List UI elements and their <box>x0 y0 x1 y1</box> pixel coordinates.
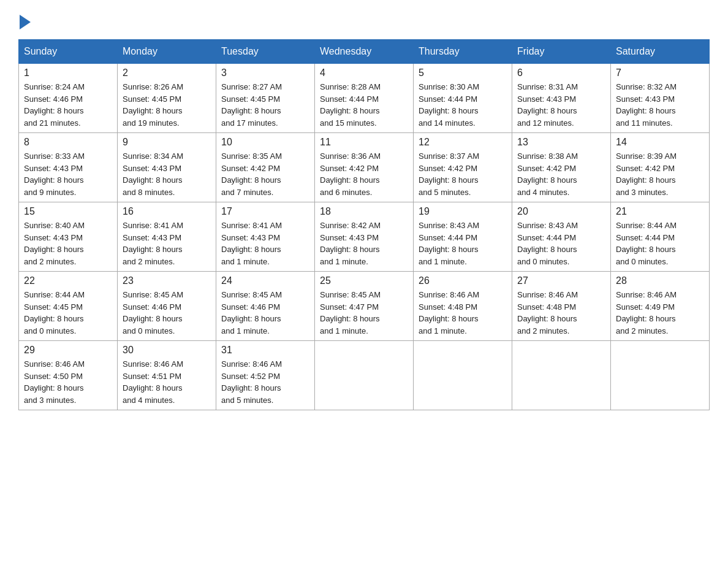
day-number: 28 <box>616 275 704 286</box>
day-number: 26 <box>419 275 507 286</box>
day-number: 14 <box>616 137 704 148</box>
calendar-cell <box>611 341 710 410</box>
calendar-cell: 18 Sunrise: 8:42 AMSunset: 4:43 PMDaylig… <box>315 202 414 272</box>
day-number: 18 <box>320 206 408 217</box>
day-info: Sunrise: 8:41 AMSunset: 4:43 PMDaylight:… <box>123 220 211 267</box>
calendar-cell: 15 Sunrise: 8:40 AMSunset: 4:43 PMDaylig… <box>19 202 118 272</box>
calendar-cell: 26 Sunrise: 8:46 AMSunset: 4:48 PMDaylig… <box>414 272 512 341</box>
day-number: 10 <box>221 137 309 148</box>
calendar-cell: 4 Sunrise: 8:28 AMSunset: 4:44 PMDayligh… <box>315 64 414 133</box>
day-info: Sunrise: 8:45 AMSunset: 4:47 PMDaylight:… <box>320 289 408 337</box>
day-info: Sunrise: 8:32 AMSunset: 4:43 PMDaylight:… <box>616 81 704 129</box>
day-number: 31 <box>221 345 309 356</box>
calendar-cell: 1 Sunrise: 8:24 AMSunset: 4:46 PMDayligh… <box>19 64 118 133</box>
day-number: 13 <box>517 137 605 148</box>
day-info: Sunrise: 8:30 AMSunset: 4:44 PMDaylight:… <box>419 81 507 129</box>
calendar-cell: 17 Sunrise: 8:41 AMSunset: 4:43 PMDaylig… <box>216 202 315 272</box>
day-of-week-header: Friday <box>512 40 611 64</box>
calendar-cell <box>315 341 414 410</box>
day-number: 20 <box>517 206 605 217</box>
day-info: Sunrise: 8:46 AMSunset: 4:48 PMDaylight:… <box>517 289 605 337</box>
day-number: 23 <box>123 275 211 286</box>
calendar-cell: 3 Sunrise: 8:27 AMSunset: 4:45 PMDayligh… <box>216 64 315 133</box>
calendar-cell: 13 Sunrise: 8:38 AMSunset: 4:42 PMDaylig… <box>512 133 611 202</box>
day-of-week-header: Wednesday <box>315 40 414 64</box>
day-number: 3 <box>221 67 309 79</box>
day-info: Sunrise: 8:43 AMSunset: 4:44 PMDaylight:… <box>419 220 507 267</box>
calendar-cell: 2 Sunrise: 8:26 AMSunset: 4:45 PMDayligh… <box>118 64 216 133</box>
calendar-cell: 23 Sunrise: 8:45 AMSunset: 4:46 PMDaylig… <box>118 272 216 341</box>
day-info: Sunrise: 8:46 AMSunset: 4:49 PMDaylight:… <box>616 289 704 337</box>
day-info: Sunrise: 8:43 AMSunset: 4:44 PMDaylight:… <box>517 220 605 267</box>
day-info: Sunrise: 8:46 AMSunset: 4:51 PMDaylight:… <box>123 358 211 406</box>
day-number: 11 <box>320 137 408 148</box>
calendar-cell: 11 Sunrise: 8:36 AMSunset: 4:42 PMDaylig… <box>315 133 414 202</box>
calendar-week-row: 1 Sunrise: 8:24 AMSunset: 4:46 PMDayligh… <box>19 64 710 133</box>
calendar-cell: 9 Sunrise: 8:34 AMSunset: 4:43 PMDayligh… <box>118 133 216 202</box>
day-number: 4 <box>320 67 408 79</box>
day-of-week-header: Tuesday <box>216 40 315 64</box>
day-number: 1 <box>24 67 112 79</box>
calendar-cell: 10 Sunrise: 8:35 AMSunset: 4:42 PMDaylig… <box>216 133 315 202</box>
day-info: Sunrise: 8:46 AMSunset: 4:48 PMDaylight:… <box>419 289 507 337</box>
day-info: Sunrise: 8:36 AMSunset: 4:42 PMDaylight:… <box>320 150 408 198</box>
day-number: 25 <box>320 275 408 286</box>
day-info: Sunrise: 8:46 AMSunset: 4:50 PMDaylight:… <box>24 358 112 406</box>
calendar-cell: 21 Sunrise: 8:44 AMSunset: 4:44 PMDaylig… <box>611 202 710 272</box>
day-number: 21 <box>616 206 704 217</box>
calendar-cell: 19 Sunrise: 8:43 AMSunset: 4:44 PMDaylig… <box>414 202 512 272</box>
day-info: Sunrise: 8:42 AMSunset: 4:43 PMDaylight:… <box>320 220 408 267</box>
day-info: Sunrise: 8:44 AMSunset: 4:44 PMDaylight:… <box>616 220 704 267</box>
calendar-cell: 5 Sunrise: 8:30 AMSunset: 4:44 PMDayligh… <box>414 64 512 133</box>
day-number: 30 <box>123 345 211 356</box>
calendar-week-row: 29 Sunrise: 8:46 AMSunset: 4:50 PMDaylig… <box>19 341 710 410</box>
day-number: 9 <box>123 137 211 148</box>
day-of-week-header: Thursday <box>414 40 512 64</box>
day-info: Sunrise: 8:31 AMSunset: 4:43 PMDaylight:… <box>517 81 605 129</box>
day-info: Sunrise: 8:28 AMSunset: 4:44 PMDaylight:… <box>320 81 408 129</box>
calendar-cell: 16 Sunrise: 8:41 AMSunset: 4:43 PMDaylig… <box>118 202 216 272</box>
day-number: 5 <box>419 67 507 79</box>
calendar-cell: 12 Sunrise: 8:37 AMSunset: 4:42 PMDaylig… <box>414 133 512 202</box>
calendar-cell: 7 Sunrise: 8:32 AMSunset: 4:43 PMDayligh… <box>611 64 710 133</box>
day-number: 7 <box>616 67 704 79</box>
day-number: 24 <box>221 275 309 286</box>
day-info: Sunrise: 8:35 AMSunset: 4:42 PMDaylight:… <box>221 150 309 198</box>
day-number: 17 <box>221 206 309 217</box>
calendar-table: SundayMondayTuesdayWednesdayThursdayFrid… <box>18 39 710 410</box>
day-number: 2 <box>123 67 211 79</box>
logo <box>18 12 31 27</box>
day-info: Sunrise: 8:24 AMSunset: 4:46 PMDaylight:… <box>24 81 112 129</box>
logo-arrow-icon <box>20 15 31 29</box>
day-info: Sunrise: 8:45 AMSunset: 4:46 PMDaylight:… <box>123 289 211 337</box>
day-of-week-header: Sunday <box>19 40 118 64</box>
day-info: Sunrise: 8:26 AMSunset: 4:45 PMDaylight:… <box>123 81 211 129</box>
calendar-week-row: 22 Sunrise: 8:44 AMSunset: 4:45 PMDaylig… <box>19 272 710 341</box>
calendar-week-row: 8 Sunrise: 8:33 AMSunset: 4:43 PMDayligh… <box>19 133 710 202</box>
calendar-cell: 29 Sunrise: 8:46 AMSunset: 4:50 PMDaylig… <box>19 341 118 410</box>
day-of-week-header: Saturday <box>611 40 710 64</box>
day-info: Sunrise: 8:39 AMSunset: 4:42 PMDaylight:… <box>616 150 704 198</box>
day-info: Sunrise: 8:38 AMSunset: 4:42 PMDaylight:… <box>517 150 605 198</box>
day-info: Sunrise: 8:34 AMSunset: 4:43 PMDaylight:… <box>123 150 211 198</box>
calendar-cell: 24 Sunrise: 8:45 AMSunset: 4:46 PMDaylig… <box>216 272 315 341</box>
day-number: 15 <box>24 206 112 217</box>
day-number: 22 <box>24 275 112 286</box>
day-number: 12 <box>419 137 507 148</box>
page-header <box>18 12 710 27</box>
day-info: Sunrise: 8:46 AMSunset: 4:52 PMDaylight:… <box>221 358 309 406</box>
calendar-cell: 27 Sunrise: 8:46 AMSunset: 4:48 PMDaylig… <box>512 272 611 341</box>
day-of-week-header: Monday <box>118 40 216 64</box>
day-info: Sunrise: 8:44 AMSunset: 4:45 PMDaylight:… <box>24 289 112 337</box>
calendar-cell <box>512 341 611 410</box>
calendar-cell: 8 Sunrise: 8:33 AMSunset: 4:43 PMDayligh… <box>19 133 118 202</box>
day-info: Sunrise: 8:41 AMSunset: 4:43 PMDaylight:… <box>221 220 309 267</box>
calendar-cell: 20 Sunrise: 8:43 AMSunset: 4:44 PMDaylig… <box>512 202 611 272</box>
calendar-cell: 14 Sunrise: 8:39 AMSunset: 4:42 PMDaylig… <box>611 133 710 202</box>
calendar-cell: 22 Sunrise: 8:44 AMSunset: 4:45 PMDaylig… <box>19 272 118 341</box>
calendar-cell: 28 Sunrise: 8:46 AMSunset: 4:49 PMDaylig… <box>611 272 710 341</box>
day-number: 19 <box>419 206 507 217</box>
calendar-body: 1 Sunrise: 8:24 AMSunset: 4:46 PMDayligh… <box>19 64 710 410</box>
calendar-cell: 6 Sunrise: 8:31 AMSunset: 4:43 PMDayligh… <box>512 64 611 133</box>
day-info: Sunrise: 8:37 AMSunset: 4:42 PMDaylight:… <box>419 150 507 198</box>
